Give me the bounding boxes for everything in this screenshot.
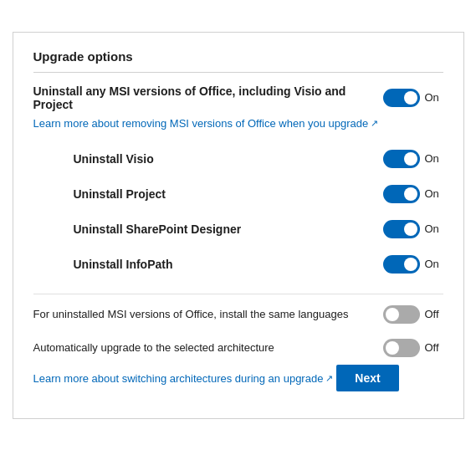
project-toggle-status: On	[425, 187, 443, 200]
sub-option-row-infopath: Uninstall InfoPath On	[74, 247, 443, 282]
sub-options-container: Uninstall Visio On Uninstall Project On …	[74, 141, 443, 282]
infopath-toggle-switch[interactable]	[383, 255, 420, 274]
bottom-row-languages: For uninstalled MSI versions of Office, …	[33, 298, 443, 331]
external-link-icon-1: ↗	[371, 118, 378, 129]
main-toggle-knob	[404, 91, 417, 105]
languages-toggle-knob	[386, 308, 399, 321]
visio-toggle-group: On	[383, 150, 443, 168]
learn-more-text-1: Learn more about removing MSI versions o…	[33, 117, 369, 130]
sub-option-row-project: Uninstall Project On	[74, 176, 443, 212]
project-toggle-group: On	[383, 185, 443, 203]
infopath-toggle-group: On	[383, 255, 443, 274]
project-toggle-switch[interactable]	[383, 185, 420, 203]
main-toggle-row: Uninstall any MSI versions of Office, in…	[33, 84, 443, 111]
sub-option-row-sharepoint: Uninstall SharePoint Designer On	[74, 212, 443, 247]
main-toggle-group: On	[383, 89, 443, 107]
learn-more-text-2: Learn more about switching architectures…	[33, 372, 324, 385]
external-link-icon-2: ↗	[325, 373, 333, 384]
visio-toggle-switch[interactable]	[383, 150, 420, 168]
sub-option-label-project: Uninstall Project	[74, 187, 166, 201]
sub-option-label-infopath: Uninstall InfoPath	[74, 258, 173, 271]
languages-toggle-status: Off	[425, 308, 443, 320]
infopath-toggle-status: On	[425, 258, 443, 270]
bottom-row-architecture: Automatically upgrade to the selected ar…	[33, 331, 443, 365]
main-toggle-status: On	[425, 91, 443, 104]
sub-option-row-visio: Uninstall Visio On	[74, 141, 443, 176]
project-toggle-knob	[404, 187, 417, 201]
sub-option-label-sharepoint: Uninstall SharePoint Designer	[74, 222, 242, 236]
architecture-toggle-group: Off	[383, 339, 443, 357]
divider-1	[33, 294, 443, 294]
visio-toggle-status: On	[425, 152, 443, 165]
sub-option-label-visio: Uninstall Visio	[74, 152, 154, 166]
learn-more-link-2[interactable]: Learn more about switching architectures…	[33, 372, 334, 385]
learn-more-link-1[interactable]: Learn more about removing MSI versions o…	[33, 117, 379, 130]
languages-toggle-switch[interactable]	[383, 305, 420, 324]
panel-title: Upgrade options	[33, 49, 443, 73]
sharepoint-toggle-status: On	[425, 222, 443, 235]
architecture-toggle-status: Off	[425, 341, 443, 354]
next-button[interactable]: Next	[336, 365, 398, 391]
architecture-toggle-knob	[386, 341, 399, 355]
upgrade-options-panel: Upgrade options Uninstall any MSI versio…	[13, 32, 464, 419]
sharepoint-toggle-switch[interactable]	[383, 220, 420, 238]
infopath-toggle-knob	[404, 258, 417, 271]
languages-toggle-group: Off	[383, 305, 443, 324]
visio-toggle-knob	[404, 152, 417, 166]
main-toggle-switch[interactable]	[383, 89, 420, 107]
bottom-label-architecture: Automatically upgrade to the selected ar…	[33, 341, 383, 354]
main-toggle-label: Uninstall any MSI versions of Office, in…	[33, 84, 383, 111]
architecture-toggle-switch[interactable]	[383, 339, 420, 357]
sharepoint-toggle-group: On	[383, 220, 443, 238]
bottom-label-languages: For uninstalled MSI versions of Office, …	[33, 308, 383, 320]
sharepoint-toggle-knob	[404, 222, 417, 236]
